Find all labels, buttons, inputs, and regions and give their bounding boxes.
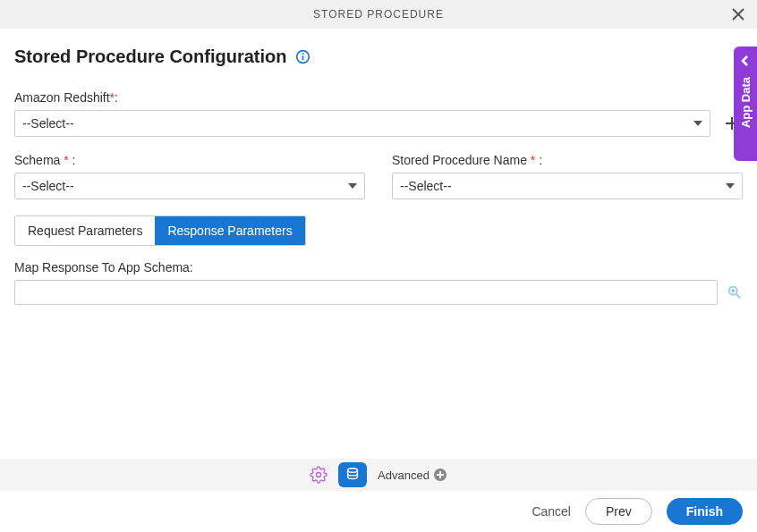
map-response-row [14,280,743,305]
schema-label-text: Schema [14,153,60,167]
svg-rect-3 [302,55,304,60]
chevron-down-icon [348,179,357,193]
redshift-label: Amazon Redshift*: [14,90,710,105]
chevron-down-icon [693,116,702,131]
svg-marker-8 [348,183,357,189]
finish-button[interactable]: Finish [667,498,743,525]
schema-select[interactable]: --Select-- [14,173,365,199]
procname-label-text: Stored Procedure Name [392,153,527,167]
map-response-input[interactable] [14,280,718,305]
svg-point-14 [317,473,321,477]
procname-label: Stored Procedure Name * : [392,153,743,167]
chevron-down-icon [726,179,735,193]
svg-point-15 [348,469,358,473]
redshift-row: Amazon Redshift*: --Select-- [14,90,743,137]
redshift-label-text: Amazon Redshift [14,90,110,105]
schema-browse-icon[interactable] [727,284,743,300]
params-tab-group: Request Parameters Response Parameters [14,215,306,246]
tab-request-parameters[interactable]: Request Parameters [15,216,155,245]
app-data-side-tab[interactable]: App Data [734,46,757,161]
schema-proc-row: Schema * : --Select-- Stored Procedure N… [14,153,743,199]
footer: Cancel Prev Finish [0,491,757,532]
dialog-header: STORED PROCEDURE [0,0,757,29]
procname-select-value: --Select-- [400,179,452,193]
plus-circle-icon [433,468,447,482]
tab-response-parameters[interactable]: Response Parameters [155,216,304,245]
prev-button[interactable]: Prev [585,498,652,525]
dialog-title: STORED PROCEDURE [313,8,444,21]
redshift-select[interactable]: --Select-- [14,110,710,137]
content-area: Stored Procedure Configuration Amazon Re… [0,29,757,305]
procname-field: Stored Procedure Name * : --Select-- [392,153,743,199]
side-tab-label: App Data [739,77,753,128]
schema-label: Schema * : [14,153,365,167]
svg-line-11 [736,294,741,299]
svg-rect-18 [437,474,444,476]
advanced-toggle[interactable]: Advanced [378,468,447,482]
required-marker: * [64,153,68,167]
advanced-label: Advanced [378,469,430,482]
redshift-field: Amazon Redshift*: --Select-- [14,90,710,137]
page-title: Stored Procedure Configuration [14,46,286,67]
required-marker: * [110,90,115,105]
bottom-toolbar: Advanced [0,459,757,491]
close-icon[interactable] [730,6,746,22]
cancel-button[interactable]: Cancel [532,504,571,519]
map-response-label: Map Response To App Schema: [14,260,743,274]
svg-marker-9 [726,183,735,189]
svg-marker-5 [693,121,702,126]
page-title-row: Stored Procedure Configuration [14,46,743,67]
procname-select[interactable]: --Select-- [392,173,743,199]
schema-field: Schema * : --Select-- [14,153,365,199]
redshift-select-value: --Select-- [22,116,74,131]
info-icon[interactable] [295,49,310,64]
schema-select-value: --Select-- [22,179,74,193]
gear-icon[interactable] [310,466,327,484]
required-marker: * [531,153,535,167]
svg-point-4 [302,53,304,55]
database-icon[interactable] [338,462,367,487]
